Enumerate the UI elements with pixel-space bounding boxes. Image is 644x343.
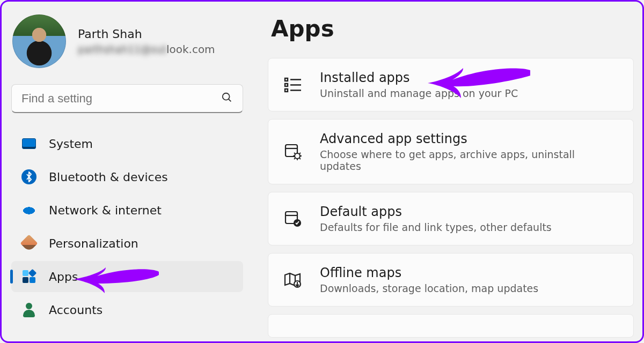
sidebar-item-bluetooth[interactable]: Bluetooth & devices — [11, 161, 243, 192]
person-icon — [21, 302, 37, 318]
card-default-apps[interactable]: Default apps Defaults for file and link … — [268, 192, 634, 245]
card-text: Offline maps Downloads, storage location… — [320, 265, 538, 294]
user-name: Parth Shah — [78, 27, 215, 41]
avatar — [12, 14, 66, 68]
sidebar-item-accounts[interactable]: Accounts — [11, 294, 243, 325]
card-title: Advanced app settings — [320, 131, 619, 146]
app-check-icon — [282, 208, 304, 229]
email-blurred: parthshah11@out — [78, 43, 166, 56]
card-subtitle: Uninstall and manage apps on your PC — [320, 87, 518, 99]
svg-rect-6 — [285, 89, 288, 92]
card-subtitle: Downloads, storage location, map updates — [320, 282, 538, 294]
card-title: Installed apps — [320, 70, 518, 85]
card-title: Default apps — [320, 204, 552, 219]
list-icon — [282, 74, 304, 95]
svg-point-0 — [223, 93, 230, 100]
apps-icon — [21, 269, 37, 285]
card-subtitle: Choose where to get apps, archive apps, … — [320, 148, 619, 172]
sidebar-item-label: Bluetooth & devices — [49, 170, 168, 184]
svg-rect-4 — [285, 84, 288, 86]
sidebar-item-system[interactable]: System — [11, 128, 243, 159]
user-text: Parth Shah parthshah11@outlook.com — [78, 27, 215, 56]
sidebar: Parth Shah parthshah11@outlook.com Syste… — [10, 12, 268, 341]
app-gear-icon — [282, 141, 304, 162]
bluetooth-icon — [21, 169, 37, 185]
card-text: Default apps Defaults for file and link … — [320, 204, 552, 233]
card-title: Offline maps — [320, 265, 538, 280]
user-header[interactable]: Parth Shah parthshah11@outlook.com — [10, 12, 246, 84]
sidebar-item-apps[interactable]: Apps — [11, 261, 243, 292]
card-subtitle: Defaults for file and link types, other … — [320, 221, 552, 233]
sidebar-item-personalization[interactable]: Personalization — [11, 228, 243, 259]
search-icon — [221, 92, 233, 106]
svg-line-1 — [229, 99, 231, 101]
card-advanced-app-settings[interactable]: Advanced app settings Choose where to ge… — [268, 119, 634, 184]
sidebar-item-label: Apps — [49, 270, 78, 284]
card-text: Installed apps Uninstall and manage apps… — [320, 70, 518, 99]
search-box[interactable] — [11, 84, 243, 113]
system-icon — [21, 136, 37, 152]
sidebar-item-label: Personalization — [49, 237, 138, 250]
brush-icon — [21, 235, 37, 251]
card-installed-apps[interactable]: Installed apps Uninstall and manage apps… — [268, 58, 634, 111]
card-partial[interactable] — [268, 314, 634, 338]
page-title: Apps — [271, 16, 634, 42]
wifi-icon — [21, 202, 37, 218]
sidebar-item-label: System — [49, 137, 93, 151]
sidebar-item-network[interactable]: Network & internet — [11, 195, 243, 226]
settings-window: Parth Shah parthshah11@outlook.com Syste… — [2, 2, 642, 341]
map-download-icon — [282, 269, 304, 290]
sidebar-item-label: Network & internet — [49, 204, 162, 217]
email-suffix: look.com — [166, 43, 215, 56]
card-text: Advanced app settings Choose where to ge… — [320, 131, 619, 172]
sidebar-item-label: Accounts — [49, 303, 103, 317]
svg-rect-2 — [285, 78, 288, 81]
svg-point-10 — [295, 153, 300, 159]
card-offline-maps[interactable]: Offline maps Downloads, storage location… — [268, 253, 634, 307]
user-email: parthshah11@outlook.com — [78, 43, 215, 56]
main-pane: Apps Installed apps Uninstall and manage… — [268, 12, 634, 341]
search-input[interactable] — [21, 92, 221, 106]
